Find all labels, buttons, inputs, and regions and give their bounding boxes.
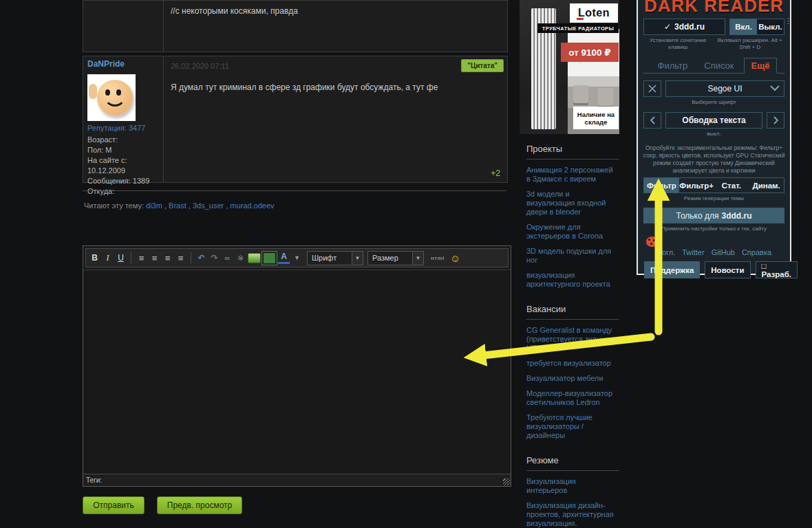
check-icon: ✓ <box>664 22 671 32</box>
bold-button[interactable]: B <box>89 251 100 265</box>
preview-button[interactable]: Предв. просмотр <box>157 496 242 514</box>
font-color-button[interactable]: A <box>278 252 290 264</box>
editor-toolbar: B I U ≡ ≡ ≡ ≡ ↶ ↷ ∞ ※ A ▼ Шрифт ▼ Размер… <box>85 248 509 267</box>
reader-link[interactable]: 3ds_user <box>193 201 224 210</box>
modes-description: Опробуйте экспериментальные режимы: Филь… <box>642 144 786 175</box>
html-mode-button[interactable]: нтml <box>431 255 445 261</box>
toolbar-separator <box>131 252 131 263</box>
reader-link[interactable]: di3m <box>146 201 162 210</box>
divider <box>526 470 619 471</box>
mode-dynamic-button[interactable]: Динам. <box>749 178 784 192</box>
reader-link[interactable]: murad.odeev <box>230 201 274 210</box>
more-menu-icon[interactable]: ⋮ <box>784 19 789 22</box>
unlink-icon[interactable]: ※ <box>235 251 246 265</box>
font-size-value: Размер <box>368 254 412 262</box>
font-family-select[interactable]: Шрифт ▼ <box>307 251 363 265</box>
post-date: 26.02.2020 07:11 <box>171 62 500 70</box>
link-icon[interactable]: ∞ <box>222 251 233 265</box>
info-from: Откуда: <box>87 186 159 197</box>
vacancy-link[interactable]: Визуализатор мебели <box>520 374 619 383</box>
font-color-caret-icon[interactable]: ▼ <box>291 251 303 265</box>
font-family-value: Шрифт <box>308 254 352 262</box>
darkreader-popup: DARK READER ✓ 3ddd.ru Вкл. Выкл. ⋮ Устан… <box>637 0 791 275</box>
font-size-caret-icon[interactable]: ▼ <box>412 252 423 265</box>
reader-link[interactable]: Brast <box>169 201 186 210</box>
text-stroke-button[interactable]: Обводка текста <box>665 112 762 129</box>
site-toggle-button[interactable]: ✓ 3ddd.ru <box>643 19 725 35</box>
undo-icon[interactable]: ↶ <box>195 251 207 265</box>
font-select-value: Segoe UI <box>707 84 742 94</box>
divider <box>526 319 619 320</box>
font-family-caret-icon[interactable]: ▼ <box>352 252 363 265</box>
project-link[interactable]: Окружение для экстерьеров в Corona <box>520 223 619 241</box>
github-link[interactable]: GitHub <box>712 248 735 256</box>
align-left-icon[interactable]: ≡ <box>136 251 147 265</box>
vacancy-link[interactable]: Требуются лучшие визуализаторы / дизайне… <box>520 413 619 440</box>
info-messages: Сообщения: 1389 <box>87 176 159 186</box>
submit-button[interactable]: Отправить <box>83 496 145 514</box>
project-link[interactable]: 3D модель подушки для ног <box>520 247 619 265</box>
vacancy-link[interactable]: Моделлер-визуализатор светильников Ledro… <box>520 389 619 407</box>
resume-link[interactable]: Визуализация дизайн-проектов, архитектур… <box>520 501 619 528</box>
resume-link[interactable]: Визуализация интерьеров <box>520 477 619 495</box>
avatar-thumb <box>89 84 97 99</box>
underline-button[interactable]: U <box>115 251 127 265</box>
help-link[interactable]: Справка <box>742 248 771 256</box>
close-icon <box>648 85 656 93</box>
redo-icon[interactable]: ↷ <box>209 251 220 265</box>
mode-filterplus-button[interactable]: Фильтр+ <box>679 178 714 192</box>
onoff-switch: Вкл. Выкл. <box>729 19 784 35</box>
reset-font-button[interactable] <box>643 80 661 97</box>
darkreader-tabs: Фильтр Список Ещё <box>643 56 784 74</box>
insert-video-icon[interactable] <box>262 251 277 265</box>
twitter-link[interactable]: Twitter <box>682 248 704 256</box>
font-size-select[interactable]: Размер ▼ <box>367 251 424 265</box>
reply-textarea[interactable] <box>83 270 511 474</box>
shortcut-hint[interactable]: Установите сочетание клавиш <box>645 37 712 51</box>
tags-row[interactable]: Теги: <box>83 474 511 486</box>
ladybug-icon <box>646 236 658 247</box>
reputation[interactable]: Репутация: 3477 <box>87 124 159 132</box>
mode-filter-button[interactable]: Фильтр <box>644 178 679 192</box>
modes-hint: Режим генерации темы <box>638 195 790 201</box>
site-only-button[interactable]: Только для 3ddd.ru <box>643 208 784 223</box>
support-button[interactable]: Поддержка <box>644 261 700 278</box>
post: DaNPride Репутация: 3477 Возраст: Пол: М… <box>83 56 508 183</box>
project-link[interactable]: Анимация 2 персонажей в 3дмаксе с виреем <box>520 166 619 184</box>
align-right-icon[interactable]: ≡ <box>162 251 173 265</box>
project-link[interactable]: визуализация архитектурного проекта <box>520 271 619 289</box>
stroke-prev-button[interactable] <box>643 112 661 129</box>
tab-more[interactable]: Ещё <box>744 58 778 74</box>
quote-button[interactable]: "Цитата" <box>461 59 504 72</box>
vacancy-link[interactable]: требуется визуализатор <box>520 359 619 368</box>
chevron-down-icon <box>770 85 780 91</box>
vacancy-link[interactable]: CG Generalist в команду (приветствуется … <box>520 326 619 353</box>
post-quote-above: //с некоторыми косяками, правда <box>83 0 508 52</box>
privacy-link[interactable]: Согл. <box>656 248 675 256</box>
news-button[interactable]: Новости <box>705 261 750 278</box>
ad-banner[interactable]: Loten ТРУБЧАТЫЕ РАДИАТОРЫ от 9100 ₽ Нали… <box>520 0 619 134</box>
ad-stock-badge: Наличие на складе <box>573 107 619 129</box>
disable-button[interactable]: Выкл. <box>757 19 784 34</box>
tab-sitelist[interactable]: Список <box>697 58 740 73</box>
insert-image-icon[interactable] <box>248 251 261 265</box>
resize-grip[interactable] <box>503 478 510 485</box>
smiley-icon[interactable]: ☺ <box>450 252 460 264</box>
dev-tools-button[interactable]: □ Разраб. <box>756 261 798 278</box>
project-link[interactable]: 3d модели и визуализация входной двери в… <box>520 190 619 217</box>
mode-static-button[interactable]: Стат. <box>714 178 749 192</box>
tags-label: Теги: <box>86 476 102 484</box>
align-center-icon[interactable]: ≡ <box>149 251 160 265</box>
author-link[interactable]: DaNPride <box>87 59 159 69</box>
image-icon <box>248 253 261 263</box>
stroke-next-button[interactable] <box>767 112 784 129</box>
post-user-cell <box>83 1 164 52</box>
post-user-cell: DaNPride Репутация: 3477 Возраст: Пол: М… <box>83 56 164 182</box>
info-joined: На сайте с: 10.12.2009 <box>87 155 159 176</box>
align-justify-icon[interactable]: ≡ <box>175 251 186 265</box>
italic-button[interactable]: I <box>102 251 114 265</box>
enable-button[interactable]: Вкл. <box>730 19 757 34</box>
chair-shape <box>573 85 588 103</box>
font-select[interactable]: Segoe UI <box>665 80 784 97</box>
tab-filter[interactable]: Фильтр <box>651 58 695 73</box>
